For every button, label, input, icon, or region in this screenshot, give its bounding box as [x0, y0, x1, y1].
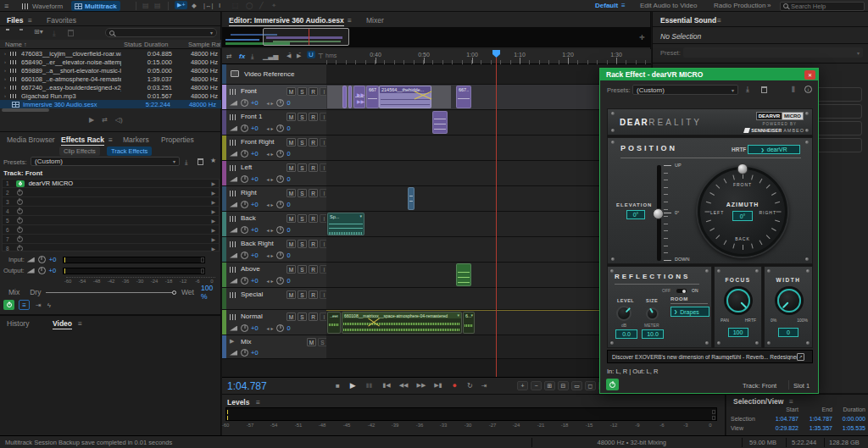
metering-icon[interactable]: ▁▃▅ — [263, 53, 278, 60]
tab-history[interactable]: History — [7, 319, 29, 328]
mute-button[interactable]: M — [287, 240, 296, 248]
effects-panel-menu-icon[interactable]: ≡ — [108, 136, 113, 144]
selection-start[interactable]: 1:04.787 — [765, 416, 798, 422]
effect-power-icon[interactable] — [17, 199, 23, 205]
audio-clip[interactable]: Sp... ▾ — [327, 213, 364, 235]
audio-clip[interactable] — [432, 111, 448, 134]
record-arm-button[interactable]: R — [309, 290, 318, 299]
favorite-star-icon[interactable]: ★ — [210, 157, 216, 164]
zoom-reset-icon[interactable]: ◻ — [585, 381, 596, 390]
plugin-window[interactable]: Rack Effect - dearVR MICRO ✕ Presets: (C… — [599, 68, 819, 394]
width-value[interactable]: 0 — [778, 328, 798, 337]
rack-power-on-icon[interactable] — [3, 300, 14, 310]
effect-power-icon[interactable] — [17, 227, 23, 233]
azimuth-value[interactable]: 0° — [732, 211, 753, 221]
file-row[interactable]: › 658490_..er__elevator-noise-attempt-2.… — [0, 58, 221, 66]
delete-file-icon[interactable] — [68, 30, 74, 36]
file-row[interactable]: › 659889_..a__short-elevator-music-loop.… — [0, 66, 221, 75]
track-name[interactable]: Back Right — [241, 240, 274, 247]
pan-knob[interactable] — [276, 252, 284, 259]
promo-banner[interactable]: Discover EXOVERB's new dimension of Raum… — [607, 350, 813, 363]
spectral-frequency-icon[interactable]: ▤ — [142, 2, 149, 9]
files-horizontal-scrollbar[interactable] — [2, 108, 49, 112]
track-header-left[interactable]: Left MSRI +0 ◄►0 — [222, 161, 326, 186]
track-name[interactable]: Right — [241, 189, 257, 196]
track-name[interactable]: Front Right — [241, 138, 275, 146]
track-header-front-right[interactable]: Front Right MSRI +0 ◄►0 — [222, 136, 326, 161]
new-content-icon[interactable]: ⊞▾ — [34, 28, 43, 36]
col-name[interactable]: Name ↑ — [5, 41, 27, 48]
workspace-overflow-chevrons[interactable]: » — [767, 2, 771, 9]
help-search[interactable] — [780, 2, 865, 11]
info-icon[interactable]: i — [804, 86, 812, 93]
record-arm-button[interactable]: R — [309, 87, 318, 96]
track-header-special[interactable]: Special MSRI — [222, 288, 326, 310]
slot-menu-arrow-icon[interactable]: ▶ — [211, 246, 215, 252]
tab-markers[interactable]: Markers — [123, 136, 149, 144]
size-knob[interactable] — [646, 307, 659, 320]
stop-button[interactable]: ■ — [336, 382, 340, 390]
essential-preset-combo[interactable]: ▾ — [683, 47, 863, 58]
workspace-radio[interactable]: Radio Production — [714, 2, 765, 9]
tab-properties[interactable]: Properties — [161, 136, 194, 144]
editor-panel-menu-icon[interactable]: ≡ — [348, 16, 352, 25]
track-header-back-right[interactable]: Back Right MSRI +0 ◄►0 — [222, 237, 326, 263]
spectral-pitch-icon[interactable]: ▤ — [154, 2, 161, 9]
record-arm-button[interactable]: R — [309, 312, 318, 321]
record-arm-button[interactable]: R — [309, 240, 318, 248]
view-end[interactable]: 1:35.357 — [798, 425, 832, 431]
expander-icon[interactable]: › — [4, 59, 6, 64]
track-header-back[interactable]: Back MSRI +0 ◄►0 — [222, 212, 326, 237]
next-marker-icon[interactable]: ▶̄ — [297, 53, 301, 59]
azimuth-dial[interactable]: FRONT LEFT RIGHT BACK AZIMUTH 0° — [698, 167, 787, 257]
tracks-empty-area[interactable] — [222, 359, 651, 377]
clip-indicator[interactable] — [712, 410, 715, 414]
file-row[interactable]: › 476083__icyjim__cloverfield-roar.wav 0… — [0, 49, 221, 58]
volume-knob[interactable] — [241, 150, 248, 158]
track-name[interactable]: Left — [241, 163, 252, 171]
volume-knob[interactable] — [241, 99, 248, 107]
pan-knob[interactable] — [276, 99, 284, 107]
selection-panel-menu-icon[interactable]: ≡ — [789, 397, 793, 406]
reflections-toggle[interactable] — [676, 288, 687, 294]
solo-button[interactable]: S — [298, 240, 307, 248]
track-header-mix[interactable]: ▶ Mix MS +0 — [222, 335, 326, 359]
time-display[interactable]: 1:04.787 — [227, 380, 267, 392]
elevation-slider-handle[interactable] — [653, 208, 664, 219]
essential-panel-menu-icon[interactable]: ≡ — [717, 16, 721, 25]
slot-menu-arrow-icon[interactable]: ▶ — [211, 227, 215, 233]
workspace-edit-audio[interactable]: Edit Audio to Video — [640, 2, 697, 9]
levels-panel-menu-icon[interactable]: ≡ — [256, 398, 260, 407]
lasso-tool-icon[interactable]: ◯ — [246, 2, 253, 9]
zoom-in-amplitude-icon[interactable]: ⊞ — [544, 381, 555, 390]
focus-knob[interactable] — [726, 289, 750, 312]
fx-toggle-icon[interactable]: fx — [239, 53, 245, 60]
file-row[interactable]: › 660108_..e-atmosphere-04-remastered.wa… — [0, 75, 221, 83]
pan-knob[interactable] — [276, 226, 284, 234]
solo-button[interactable]: S — [298, 87, 307, 96]
levels-title[interactable]: Levels — [227, 398, 249, 407]
rewind-button[interactable]: ◀◀ — [399, 382, 409, 389]
tab-editor[interactable]: Editor: Immersive 360 Audio.sesx — [229, 16, 344, 26]
effect-slot[interactable]: 2 ▶ — [3, 189, 219, 197]
hrtf-combo[interactable]: ❯dearVR — [748, 145, 800, 154]
effect-power-on-icon[interactable] — [16, 180, 25, 187]
effect-slot[interactable]: 5 ▶ — [3, 217, 219, 225]
slot-menu-arrow-icon[interactable]: ▶ — [211, 218, 215, 224]
selection-view-title[interactable]: Selection/View — [733, 397, 783, 406]
slot-menu-arrow-icon[interactable]: ▶ — [211, 199, 215, 205]
audio-clip[interactable] — [348, 86, 352, 108]
preview-loop-icon[interactable]: ⇄ — [102, 116, 108, 124]
slip-tool-icon[interactable]: |↔| — [203, 2, 213, 9]
fast-forward-button[interactable]: ▶▶ — [417, 382, 426, 389]
effect-slot[interactable]: 6 ▶ — [3, 226, 219, 235]
effect-power-icon[interactable] — [17, 190, 23, 196]
zoom-in-time-icon[interactable]: + — [517, 381, 528, 390]
delete-preset-icon[interactable] — [198, 158, 203, 165]
process-lightning-icon[interactable]: ϟ — [47, 301, 51, 309]
pan-knob[interactable] — [276, 175, 284, 183]
effect-slot[interactable]: 1 dearVR MICRO ▶ — [3, 180, 219, 188]
heal-tool-icon[interactable]: ✦ — [271, 2, 276, 9]
track-io-icon[interactable]: ⇄ — [226, 53, 232, 60]
external-link-icon[interactable]: ↗ — [797, 353, 804, 361]
